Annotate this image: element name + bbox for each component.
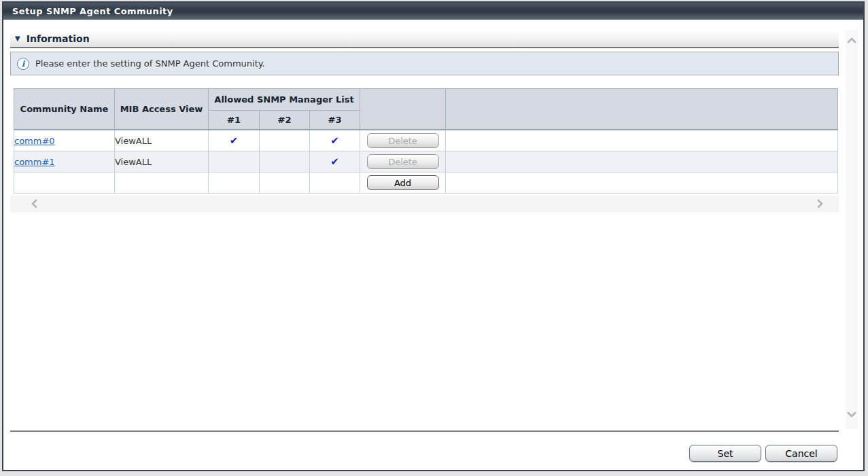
footer-divider — [10, 431, 839, 433]
empty-cell — [209, 172, 260, 194]
manager-check-1: ✔ — [209, 130, 260, 151]
community-link[interactable]: comm#1 — [14, 157, 55, 167]
empty-cell — [310, 172, 360, 194]
manager-check-2 — [260, 151, 310, 172]
col-mib-access-view: MIB Access View — [115, 89, 209, 130]
horizontal-scrollbar[interactable] — [10, 196, 839, 213]
info-message-box: i Please enter the setting of SNMP Agent… — [10, 52, 839, 75]
delete-button[interactable]: Delete — [367, 133, 439, 148]
manager-check-2 — [260, 130, 310, 151]
info-icon: i — [17, 58, 29, 70]
table-row: comm#0 ViewALL ✔ ✔ Delete — [14, 130, 838, 151]
col-actions — [360, 89, 446, 130]
col-community-name: Community Name — [14, 89, 115, 130]
information-label: Information — [27, 33, 90, 44]
info-message: Please enter the setting of SNMP Agent C… — [35, 58, 265, 69]
community-link[interactable]: comm#0 — [14, 136, 55, 146]
filler-cell — [446, 151, 838, 172]
empty-cell — [260, 172, 310, 194]
snmp-community-table: Community Name MIB Access View Allowed S… — [14, 88, 838, 194]
setup-snmp-window: Setup SNMP Agent Community ▼ Information… — [2, 1, 865, 471]
scroll-down-icon[interactable] — [846, 409, 857, 420]
vertical-scrollbar[interactable] — [846, 30, 858, 429]
scroll-right-icon[interactable] — [814, 198, 825, 209]
collapse-triangle-icon[interactable]: ▼ — [15, 35, 20, 42]
empty-cell — [115, 172, 209, 194]
empty-cell — [14, 172, 115, 194]
table-row: comm#1 ViewALL ✔ Delete — [14, 151, 838, 172]
add-button[interactable]: Add — [367, 175, 439, 190]
col-manager-3: #3 — [310, 111, 360, 130]
scroll-up-icon[interactable] — [846, 35, 857, 46]
scroll-left-icon[interactable] — [29, 198, 40, 209]
filler-cell — [446, 130, 838, 151]
col-filler — [446, 89, 838, 130]
table-row: Add — [14, 172, 838, 194]
col-allowed-snmp-manager-list: Allowed SNMP Manager List — [209, 89, 360, 111]
manager-check-3: ✔ — [310, 151, 360, 172]
col-manager-1: #1 — [209, 111, 260, 130]
delete-button[interactable]: Delete — [367, 154, 439, 169]
filler-cell — [446, 172, 838, 194]
page-title: Setup SNMP Agent Community — [3, 3, 863, 20]
mib-access-view-value: ViewALL — [115, 130, 209, 151]
col-manager-2: #2 — [260, 111, 310, 130]
mib-access-view-value: ViewALL — [115, 151, 209, 172]
set-button[interactable]: Set — [689, 445, 761, 462]
cancel-button[interactable]: Cancel — [765, 445, 837, 462]
manager-check-3: ✔ — [310, 130, 360, 151]
information-section-header[interactable]: ▼ Information — [10, 31, 839, 48]
manager-check-1 — [209, 151, 260, 172]
